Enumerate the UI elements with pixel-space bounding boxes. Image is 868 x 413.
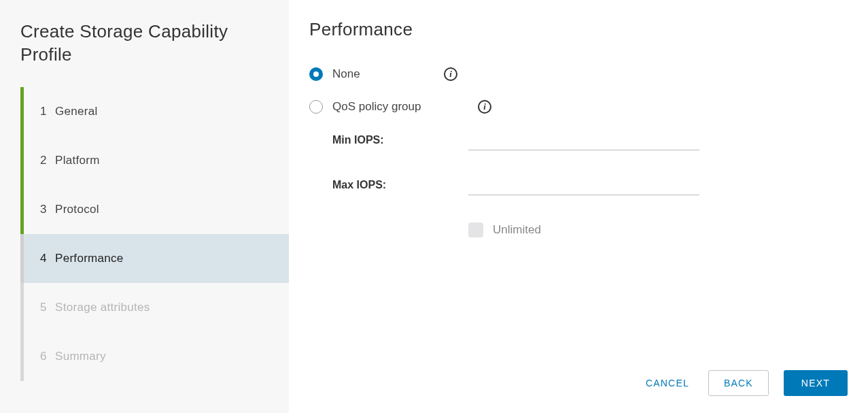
step-label: Storage attributes: [55, 301, 150, 314]
max-iops-label: Max IOPS:: [332, 179, 468, 195]
max-iops-input: [468, 178, 699, 195]
next-button[interactable]: NEXT: [784, 370, 848, 396]
wizard-steps: 1 General 2 Platform 3 Protocol 4 Perfor…: [20, 87, 289, 381]
step-number: 6: [40, 350, 55, 363]
radio-none[interactable]: [309, 67, 323, 81]
wizard-step-protocol[interactable]: 3 Protocol: [20, 185, 289, 234]
radio-none-label: None: [332, 67, 441, 81]
info-icon[interactable]: i: [478, 100, 491, 114]
min-iops-label: Min IOPS:: [332, 134, 468, 150]
page-title: Performance: [309, 19, 848, 40]
step-number: 1: [40, 105, 55, 118]
wizard-step-general[interactable]: 1 General: [20, 87, 289, 136]
back-button[interactable]: BACK: [708, 370, 769, 396]
step-number: 5: [40, 301, 55, 314]
step-number: 2: [40, 154, 55, 167]
wizard-title: Create Storage Capability Profile: [20, 20, 289, 67]
radio-dot-icon: [313, 71, 319, 77]
wizard-step-storage-attributes: 5 Storage attributes: [20, 283, 289, 332]
info-icon[interactable]: i: [444, 67, 457, 81]
radio-qos-label: QoS policy group: [332, 100, 441, 114]
cancel-button[interactable]: CANCEL: [642, 371, 693, 395]
wizard-footer: CANCEL BACK NEXT: [309, 370, 848, 396]
checkbox-unlimited-row: Unlimited: [468, 222, 848, 237]
step-label: Performance: [55, 252, 124, 265]
unlimited-checkbox: [468, 222, 483, 237]
step-label: Summary: [55, 350, 106, 363]
wizard-step-platform[interactable]: 2 Platform: [20, 136, 289, 185]
wizard-step-summary: 6 Summary: [20, 332, 289, 381]
wizard-step-performance[interactable]: 4 Performance: [20, 234, 289, 283]
main-content: Performance None i QoS policy group i Mi…: [289, 0, 868, 413]
radio-qos[interactable]: [309, 100, 323, 114]
form-area: None i QoS policy group i Min IOPS: Max …: [309, 67, 848, 370]
step-label: Platform: [55, 154, 100, 167]
radio-row-qos: QoS policy group i: [309, 100, 848, 114]
radio-row-none: None i: [309, 67, 848, 81]
step-number: 3: [40, 203, 55, 216]
step-label: Protocol: [55, 203, 99, 216]
min-iops-input: [468, 133, 699, 150]
wizard-sidebar: Create Storage Capability Profile 1 Gene…: [0, 0, 289, 413]
field-min-iops: Min IOPS:: [332, 133, 848, 150]
step-label: General: [55, 105, 98, 118]
step-number: 4: [40, 252, 55, 265]
unlimited-label: Unlimited: [493, 223, 541, 237]
field-max-iops: Max IOPS:: [332, 178, 848, 195]
